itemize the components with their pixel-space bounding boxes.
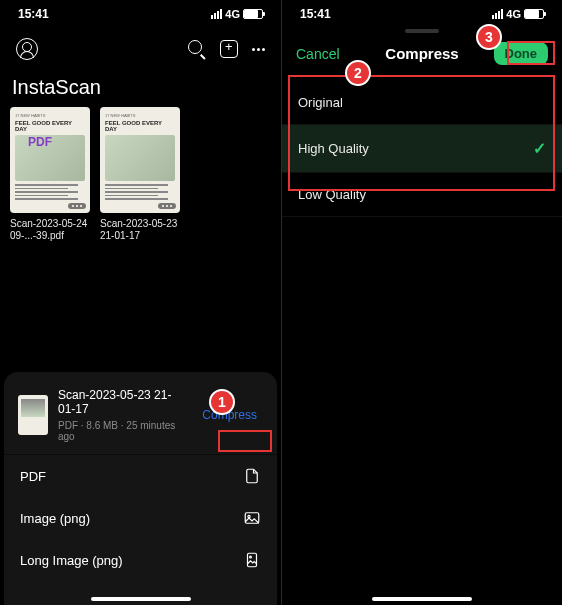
- left-screen: 15:41 4G InstaScan 17 NEW HABITS FEEL GO…: [0, 0, 281, 605]
- option-original[interactable]: Original: [282, 81, 562, 125]
- document-thumbnail: 17 NEW HABITS FEEL GOOD EVERY DAY: [100, 107, 180, 213]
- image-export-icon: [243, 509, 261, 527]
- home-indicator[interactable]: [91, 597, 191, 601]
- status-time: 15:41: [300, 7, 331, 21]
- signal-icon: [492, 9, 503, 19]
- export-label: PDF: [20, 469, 46, 484]
- export-option-pdf[interactable]: PDF: [4, 455, 277, 497]
- app-header: [0, 28, 281, 68]
- callout-3: 3: [476, 24, 502, 50]
- sheet-filename: Scan-2023-05-23 21-01-17: [58, 388, 186, 416]
- export-option-image[interactable]: Image (png): [4, 497, 277, 539]
- status-right: 4G: [211, 8, 263, 20]
- document-label: Scan-2023-05-23 21-01-17: [100, 218, 180, 242]
- search-icon[interactable]: [188, 40, 206, 58]
- export-label: Image (png): [20, 511, 90, 526]
- option-high-quality[interactable]: High Quality ✓: [282, 125, 562, 173]
- status-time: 15:41: [18, 7, 49, 21]
- status-right: 4G: [492, 8, 544, 20]
- sheet-filemeta: PDF · 8.6 MB · 25 minutes ago: [58, 420, 186, 442]
- battery-icon: [524, 9, 544, 19]
- document-more-icon[interactable]: [68, 203, 87, 210]
- done-button[interactable]: Done: [494, 42, 549, 65]
- document-thumbnail: 17 NEW HABITS FEEL GOOD EVERY DAY PDF: [10, 107, 90, 213]
- document-label: Scan-2023-05-24 09-...-39.pdf: [10, 218, 90, 242]
- document-more-icon[interactable]: [158, 203, 177, 210]
- document-card[interactable]: 17 NEW HABITS FEEL GOOD EVERY DAY PDF Sc…: [10, 107, 90, 242]
- battery-icon: [243, 9, 263, 19]
- add-icon[interactable]: [220, 40, 238, 58]
- svg-point-3: [250, 556, 252, 558]
- sheet-thumbnail: [18, 395, 48, 435]
- option-label: High Quality: [298, 141, 369, 156]
- option-label: Low Quality: [298, 187, 366, 202]
- status-bar: 15:41 4G: [282, 0, 562, 28]
- option-label: Original: [298, 95, 343, 110]
- export-option-long-image[interactable]: Long Image (png): [4, 539, 277, 581]
- sheet-file-row: Scan-2023-05-23 21-01-17 PDF · 8.6 MB · …: [4, 384, 277, 454]
- callout-2: 2: [345, 60, 371, 86]
- compress-modal-header: Cancel Compress Done: [282, 28, 562, 75]
- status-bar: 15:41 4G: [0, 0, 281, 28]
- export-sheet: Scan-2023-05-23 21-01-17 PDF · 8.6 MB · …: [4, 372, 277, 605]
- callout-1: 1: [209, 389, 235, 415]
- export-label: Long Image (png): [20, 553, 123, 568]
- document-card[interactable]: 17 NEW HABITS FEEL GOOD EVERY DAY Scan-2…: [100, 107, 180, 242]
- pdf-badge: PDF: [28, 135, 52, 149]
- compress-options: Original High Quality ✓ Low Quality: [282, 81, 562, 217]
- modal-title: Compress: [385, 45, 458, 62]
- long-image-export-icon: [243, 551, 261, 569]
- pdf-export-icon: [243, 467, 261, 485]
- checkmark-icon: ✓: [533, 139, 546, 158]
- network-label: 4G: [225, 8, 240, 20]
- more-icon[interactable]: [252, 48, 265, 51]
- signal-icon: [211, 9, 222, 19]
- home-indicator[interactable]: [372, 597, 472, 601]
- right-screen: 15:41 4G Cancel Compress Done Original H…: [281, 0, 562, 605]
- profile-icon[interactable]: [16, 38, 38, 60]
- document-grid: 17 NEW HABITS FEEL GOOD EVERY DAY PDF Sc…: [0, 105, 281, 244]
- app-title: InstaScan: [0, 68, 281, 105]
- network-label: 4G: [506, 8, 521, 20]
- cancel-button[interactable]: Cancel: [296, 46, 340, 62]
- svg-rect-2: [248, 553, 257, 567]
- option-low-quality[interactable]: Low Quality: [282, 173, 562, 217]
